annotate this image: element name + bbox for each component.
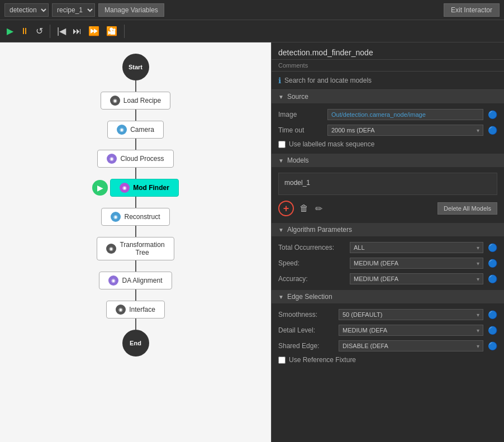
smoothness-link-icon[interactable]: 🔵: [488, 310, 497, 319]
image-field-row: Image Out/detection.camera_node/image 🔵: [278, 107, 497, 122]
play-button[interactable]: ▶: [4, 25, 16, 37]
total-occurrences-value: ALL: [354, 244, 365, 251]
load-recipe-node[interactable]: ◉ Load Recipe: [101, 92, 170, 110]
divider2: [124, 25, 125, 38]
edit-model-button[interactable]: ✏: [314, 202, 324, 215]
speed-label: Speed:: [278, 259, 345, 267]
connector: [135, 139, 136, 150]
algorithm-section-header[interactable]: ▼ Algorithm Parameters: [272, 223, 504, 236]
transformation-tree-rect: ◉ TransformationTree: [97, 237, 174, 260]
detail-label: Detail Level:: [278, 326, 334, 334]
fast-forward-button[interactable]: ⏭: [70, 25, 84, 37]
connector: [135, 80, 136, 92]
flowchart: Start ◉ Load Recipe ◉ Camera: [0, 42, 271, 442]
source-section: ▼ Source Image Out/detection.camera_node…: [272, 90, 504, 154]
detail-value: MEDIUM (DEFA: [343, 327, 387, 334]
interface-icon: ◉: [116, 305, 126, 315]
model-item[interactable]: model_1: [279, 177, 497, 189]
timeout-value: 2000 ms (DEFA: [331, 127, 375, 134]
camera-label: Camera: [130, 126, 154, 134]
manage-variables-button[interactable]: Manage Variables: [98, 3, 164, 17]
timeout-field-row: Time out 2000 ms (DEFA ▾ 🔵: [278, 122, 497, 138]
mask-checkbox-row: Use labelled mask sequence: [278, 138, 497, 150]
camera-node[interactable]: ◉ Camera: [107, 121, 164, 139]
detail-link-icon[interactable]: 🔵: [488, 326, 497, 335]
accuracy-row: Accuracy: MEDIUM (DEFA ▾ 🔵: [278, 271, 497, 287]
info-row: ℹ Search for and locate models: [272, 72, 504, 90]
step-back-button[interactable]: |◀: [55, 25, 68, 37]
transformation-tree-node[interactable]: ◉ TransformationTree: [97, 237, 174, 260]
models-list: model_1: [278, 173, 497, 195]
camera-button[interactable]: 🎦: [104, 25, 120, 37]
models-label: Models: [287, 156, 309, 164]
refresh-button[interactable]: ↺: [34, 25, 45, 37]
connector: [135, 110, 136, 121]
smoothness-select[interactable]: 50 (DEFAULT) ▾: [339, 309, 483, 320]
next-button[interactable]: ⏩: [86, 25, 102, 37]
mod-finder-icon: ◉: [120, 183, 130, 193]
edge-section-header[interactable]: ▼ Edge Selection: [272, 290, 504, 303]
total-occurrences-label: Total Occurrences:: [278, 244, 345, 251]
cloud-process-rect: ◉ Cloud Process: [97, 150, 173, 168]
models-content: model_1 + 🗑 ✏ Delete All Models: [272, 167, 504, 223]
interface-node[interactable]: ◉ Interface: [106, 301, 165, 319]
timeout-link-icon[interactable]: 🔵: [488, 126, 497, 135]
timeout-input[interactable]: 2000 ms (DEFA ▾: [327, 125, 483, 136]
shared-link-icon[interactable]: 🔵: [488, 341, 497, 350]
models-arrow-icon: ▼: [278, 158, 284, 164]
edge-arrow-icon: ▼: [278, 294, 284, 300]
detection-dropdown[interactable]: detection: [4, 3, 49, 17]
smoothness-value: 50 (DEFAULT): [343, 311, 382, 318]
source-section-header[interactable]: ▼ Source: [272, 90, 504, 103]
delete-all-models-button[interactable]: Delete All Models: [438, 202, 497, 215]
start-circle: Start: [122, 54, 149, 80]
end-node[interactable]: End: [122, 330, 149, 357]
panel-title: detection.mod_finder_node: [272, 42, 504, 60]
accuracy-link-icon[interactable]: 🔵: [488, 274, 497, 283]
transformation-tree-icon: ◉: [106, 244, 116, 254]
mod-finder-node[interactable]: ◉ Mod Finder: [110, 179, 179, 197]
divider: [50, 25, 50, 38]
reconstruct-icon: ◉: [111, 212, 121, 222]
reconstruct-node[interactable]: ◉ Reconstruct: [101, 208, 169, 226]
source-label: Source: [287, 93, 308, 101]
speed-link-icon[interactable]: 🔵: [488, 259, 497, 268]
top-bar: detection recipe_1 Manage Variables Exit…: [0, 0, 504, 20]
total-occurrences-select[interactable]: ALL ▾: [350, 242, 483, 253]
cloud-process-node[interactable]: ◉ Cloud Process: [97, 150, 173, 168]
total-occ-link-icon[interactable]: 🔵: [488, 243, 497, 252]
reconstruct-rect: ◉ Reconstruct: [101, 208, 169, 226]
da-alignment-node[interactable]: ◉ DA Alignment: [99, 272, 172, 289]
chevron-icon: ▾: [477, 343, 479, 349]
image-link: Out/detection.camera_node/image: [331, 111, 479, 118]
add-model-button[interactable]: +: [278, 201, 294, 216]
mod-finder-label: Mod Finder: [133, 184, 169, 192]
image-label: Image: [278, 111, 323, 118]
recipe-dropdown[interactable]: recipe_1: [52, 3, 95, 17]
pause-button[interactable]: ⏸: [18, 25, 31, 37]
chevron-icon: ▾: [477, 312, 479, 318]
chevron-icon: ▾: [477, 260, 479, 267]
shared-select[interactable]: DISABLE (DEFA ▾: [339, 340, 483, 351]
connector: [135, 289, 136, 301]
reference-label: Use Reference Fixture: [289, 356, 356, 364]
exit-interactor-button[interactable]: Exit Interactor: [444, 3, 500, 17]
delete-model-button[interactable]: 🗑: [298, 202, 310, 215]
toolbar: ▶ ⏸ ↺ |◀ ⏭ ⏩ 🎦: [0, 20, 504, 42]
mask-label: Use labelled mask sequence: [289, 140, 374, 148]
models-section-header[interactable]: ▼ Models: [272, 154, 504, 167]
image-value[interactable]: Out/detection.camera_node/image: [327, 109, 483, 120]
models-section: ▼ Models model_1 + 🗑 ✏ Delete All Models: [272, 154, 504, 223]
speed-select[interactable]: MEDIUM (DEFA ▾: [350, 258, 483, 269]
image-link-icon[interactable]: 🔵: [488, 110, 497, 119]
detail-select[interactable]: MEDIUM (DEFA ▾: [339, 325, 483, 336]
transformation-tree-label: TransformationTree: [120, 241, 164, 256]
mask-checkbox[interactable]: [278, 141, 286, 148]
da-alignment-icon: ◉: [108, 275, 118, 286]
start-node[interactable]: Start: [122, 54, 149, 80]
detail-level-row: Detail Level: MEDIUM (DEFA ▾ 🔵: [278, 322, 497, 338]
reference-checkbox[interactable]: [278, 357, 286, 364]
algorithm-section: ▼ Algorithm Parameters Total Occurrences…: [272, 223, 504, 290]
accuracy-select[interactable]: MEDIUM (DEFA ▾: [350, 273, 483, 284]
connector: [135, 168, 136, 179]
